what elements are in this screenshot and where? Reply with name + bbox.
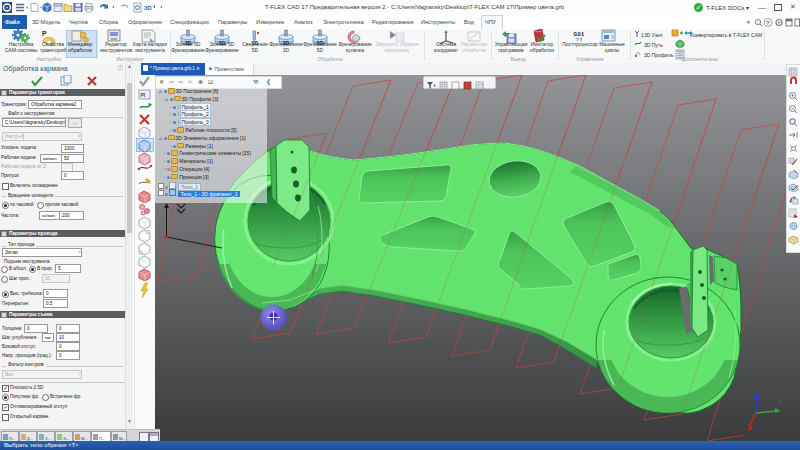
svg-text:X: X: [733, 429, 736, 434]
svg-text:P: P: [42, 30, 47, 37]
svg-text:3D Путь: 3D Путь: [644, 42, 663, 48]
svg-text:Конвертировать в T-FLEX CAM: Конвертировать в T-FLEX CAM: [690, 32, 762, 38]
svg-text:3D Профиль: 3D Профиль: [644, 52, 674, 58]
svg-text:Y: Y: [779, 400, 782, 405]
svg-text:?: ?: [766, 20, 770, 26]
svg-text:3D Узел: 3D Узел: [644, 32, 663, 38]
svg-text:3D: 3D: [144, 5, 152, 11]
